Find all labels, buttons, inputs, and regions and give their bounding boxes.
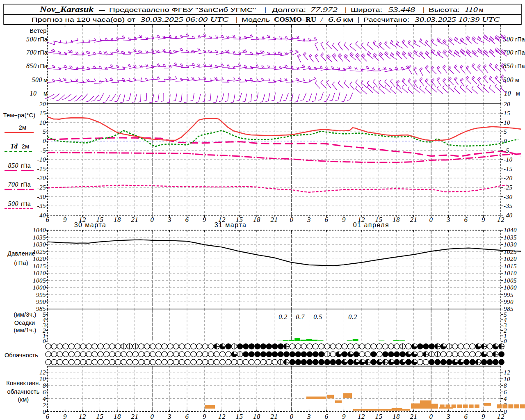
svg-text:гПа: гПа (38, 63, 48, 69)
svg-text:-15: -15 (37, 166, 46, 172)
svg-text:(гПа): (гПа) (14, 260, 28, 266)
svg-text:990: 990 (504, 299, 514, 305)
svg-text:COSMO–RU: COSMO–RU (274, 16, 316, 23)
svg-text:6: 6 (185, 216, 189, 224)
svg-text:0.7: 0.7 (296, 313, 305, 320)
svg-text:3: 3 (307, 216, 311, 224)
svg-text:850: 850 (8, 162, 19, 169)
svg-text:6: 6 (43, 389, 46, 395)
svg-text:1040: 1040 (33, 227, 46, 233)
svg-text:|: | (423, 6, 425, 13)
svg-text:гПа: гПа (38, 49, 48, 56)
svg-text:3: 3 (167, 216, 171, 224)
svg-text:-25: -25 (37, 184, 46, 191)
svg-text:18: 18 (393, 413, 400, 420)
svg-text:1035: 1035 (504, 234, 517, 241)
svg-text:|: | (358, 16, 359, 23)
svg-text:гПа: гПа (21, 162, 31, 169)
svg-text:гПа: гПа (21, 181, 31, 188)
svg-text:Долгота:: Долгота: (272, 6, 306, 13)
svg-text:—: — (99, 6, 105, 13)
svg-text:18: 18 (114, 413, 121, 420)
svg-text:0: 0 (504, 138, 507, 144)
svg-text:1030: 1030 (504, 241, 517, 248)
svg-text:4: 4 (504, 395, 507, 402)
svg-text:8: 8 (504, 382, 507, 389)
svg-text:500: 500 (503, 76, 514, 83)
svg-text:0: 0 (290, 216, 294, 224)
svg-text:12: 12 (497, 413, 504, 420)
svg-text:20: 20 (39, 101, 46, 107)
svg-text:9: 9 (63, 413, 67, 420)
svg-text:1000: 1000 (33, 284, 46, 291)
svg-text:м: м (479, 6, 483, 13)
svg-text:21: 21 (131, 413, 139, 420)
svg-text:21: 21 (131, 216, 139, 224)
svg-text:9: 9 (342, 216, 346, 224)
svg-text:12: 12 (497, 216, 504, 224)
svg-text:-40: -40 (504, 212, 513, 219)
svg-text:53.448: 53.448 (388, 6, 415, 14)
svg-text:9: 9 (203, 413, 206, 420)
svg-text:15: 15 (236, 413, 243, 420)
svg-text:м: м (43, 90, 48, 97)
svg-text:1035: 1035 (33, 234, 46, 241)
svg-text:110: 110 (465, 6, 478, 14)
svg-text:21: 21 (410, 216, 418, 224)
svg-text:0.2: 0.2 (278, 313, 288, 320)
svg-text:0: 0 (43, 138, 46, 144)
svg-text:гПа: гПа (515, 63, 525, 69)
svg-text:(мм/3ч.): (мм/3ч.) (14, 311, 37, 318)
svg-text:1040: 1040 (504, 227, 517, 233)
svg-text:Тем−ра(°C): Тем−ра(°C) (3, 112, 36, 119)
svg-text:1015: 1015 (504, 263, 517, 269)
svg-text:1030: 1030 (33, 241, 46, 248)
svg-text:5: 5 (43, 128, 46, 135)
svg-text:|: | (265, 6, 266, 13)
svg-text:Предоставлено ФГБУ "ЗапСиб УГМ: Предоставлено ФГБУ "ЗапСиб УГМС" (109, 6, 256, 13)
svg-text:6: 6 (464, 216, 468, 224)
svg-text:1010: 1010 (504, 270, 517, 276)
svg-text:15: 15 (39, 110, 46, 116)
svg-text:6.6: 6.6 (328, 16, 342, 23)
svg-text:5: 5 (504, 128, 507, 135)
svg-text:Осадки: Осадки (14, 320, 35, 326)
svg-text:1005: 1005 (504, 277, 517, 284)
svg-text:6: 6 (46, 413, 50, 420)
svg-text:12: 12 (218, 413, 226, 420)
svg-text:0: 0 (429, 216, 433, 224)
svg-text:-30: -30 (37, 194, 46, 200)
svg-text:12: 12 (358, 413, 365, 420)
svg-text:Широта:: Широта: (351, 6, 382, 13)
svg-text:500: 500 (8, 200, 19, 207)
svg-text:гПа: гПа (38, 36, 48, 43)
svg-text:850: 850 (26, 62, 37, 69)
svg-text:3: 3 (446, 413, 450, 420)
svg-text:18: 18 (114, 216, 121, 224)
svg-text:-5: -5 (41, 147, 46, 154)
svg-text:500: 500 (26, 36, 37, 43)
svg-text:гПа: гПа (21, 201, 31, 207)
svg-text:м: м (43, 77, 48, 83)
svg-text:-20: -20 (504, 175, 513, 181)
svg-text:9: 9 (482, 413, 485, 420)
svg-text:гПа: гПа (515, 49, 525, 56)
svg-text:6: 6 (504, 389, 507, 395)
svg-text:1015: 1015 (33, 263, 46, 269)
svg-text:(мм/1ч.): (мм/1ч.) (14, 327, 37, 333)
svg-text:6: 6 (464, 413, 468, 420)
svg-text:5: 5 (43, 311, 46, 318)
svg-text:700: 700 (8, 181, 19, 188)
svg-text:15: 15 (504, 110, 510, 116)
svg-text:0: 0 (151, 413, 154, 420)
svg-text:Прогноз на 120 часа(ов) от: Прогноз на 120 часа(ов) от (32, 16, 135, 23)
svg-text:Высота:: Высота: (429, 6, 460, 13)
svg-text:Ветер: Ветер (30, 27, 46, 34)
svg-text:км: км (343, 16, 354, 23)
svg-text:995: 995 (504, 292, 514, 298)
svg-text:3: 3 (307, 413, 311, 420)
svg-text:15: 15 (375, 413, 383, 420)
svg-text:30.03.2025 10:39 UTC: 30.03.2025 10:39 UTC (415, 16, 500, 23)
svg-text:2: 2 (43, 402, 46, 409)
svg-text:Давление: Давление (7, 250, 35, 257)
